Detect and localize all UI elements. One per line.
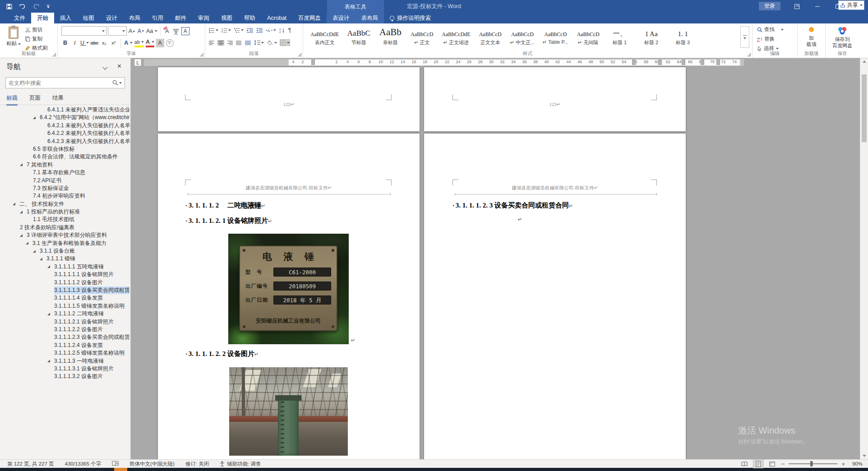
scrollbar-thumb[interactable] — [862, 74, 867, 142]
nav-item[interactable]: 3.1.1.1.2.5 锻锤发票名称说明 — [0, 349, 129, 357]
nav-item[interactable]: 1.1 毛坯技术图纸 — [0, 216, 129, 223]
nav-item[interactable]: 7.2 API证书 — [0, 177, 129, 185]
tab-文件[interactable]: 文件 — [8, 13, 31, 23]
style-表内正文[interactable]: AaBbCcDdE表内正文 — [308, 25, 342, 49]
nav-item[interactable]: 6.4.2.2 未被列入失信被执行人名单查... — [0, 129, 129, 137]
proofing-icon[interactable] — [112, 461, 119, 467]
heading-3.1.1.1.2[interactable]: ▪3. 1. 1. 1. 2 二吨电液锤↵ — [186, 201, 265, 210]
nav-item[interactable]: 6.4.2 “信用中国”网站（www.creditchina... — [0, 114, 129, 121]
ribbon-display-options-icon[interactable] — [787, 0, 807, 13]
highlight-button[interactable]: ab — [134, 39, 144, 47]
page-header[interactable]: 建湖县宏源锻造机械有限公司-投标文件↵ — [158, 185, 420, 191]
subscript-button[interactable]: x₂ — [100, 39, 108, 47]
font-size-combo[interactable] — [108, 26, 127, 36]
save-to-baidu-button[interactable]: 保存到百度网盘 — [826, 26, 859, 49]
cut-button[interactable]: 剪切 — [25, 26, 48, 34]
style-节标题[interactable]: AaBbC节标题 — [344, 25, 373, 49]
horizontal-ruler[interactable]: L 42246810121416182022242628303234363840… — [131, 58, 860, 67]
nav-item[interactable]: 6.4.1.1 未被列入严重违法失信企业名... — [0, 106, 129, 114]
styles-gallery-more-button[interactable] — [740, 26, 749, 48]
nav-item[interactable]: 3.1.1.1.2.4 设备发票 — [0, 342, 129, 349]
nav-item[interactable]: 6.6 符合法律、法规规定的其他条件 — [0, 153, 129, 161]
read-mode-button[interactable] — [739, 460, 749, 468]
page-header[interactable]: 建湖县宏源锻造机械有限公司-投标文件↵ — [424, 185, 686, 191]
change-case-button[interactable]: Aa — [146, 27, 157, 35]
equipment-nameplate-photo[interactable]: 电 液 锤 型 号C61-2000出厂编号20180509出厂日期2018 年 … — [228, 234, 349, 344]
text-effects-button[interactable]: A — [124, 39, 133, 47]
tab-引用[interactable]: 引用 — [146, 13, 169, 23]
strikethrough-button[interactable]: abc — [91, 39, 99, 47]
vertical-scrollbar[interactable] — [860, 58, 868, 459]
show-marks-button[interactable]: ¶ — [288, 27, 291, 33]
nav-item[interactable]: 3.1.1.1.1.5 锻锤发票名称说明 — [0, 302, 129, 310]
font-color-button[interactable]: A — [146, 39, 154, 47]
nav-tab-标题[interactable]: 标题 — [6, 94, 18, 106]
clipboard-dialog-launcher[interactable] — [52, 53, 56, 56]
zoom-slider[interactable] — [789, 463, 837, 464]
character-border-button[interactable]: A — [181, 27, 189, 35]
nav-item[interactable]: 1 投标产品的执行标准 — [0, 208, 129, 216]
tab-表布局[interactable]: 表布局 — [356, 13, 384, 23]
style-标题2[interactable]: 1 Aa标题 2 — [637, 25, 666, 49]
redo-icon[interactable] — [33, 4, 39, 9]
sort-button[interactable]: AZ — [279, 28, 285, 33]
nav-item[interactable]: 3.1.1.1.2.3 设备买卖合同或租赁... — [0, 333, 129, 341]
zoom-in-button[interactable]: + — [841, 461, 845, 467]
copy-button[interactable]: 复制 — [25, 35, 48, 43]
table-column-marker[interactable] — [311, 60, 315, 65]
bullet-list-button[interactable] — [209, 28, 218, 33]
save-icon[interactable] — [6, 4, 12, 9]
justify-button[interactable] — [236, 41, 242, 45]
numbered-list-button[interactable]: 123 — [222, 28, 231, 33]
track-changes-indicator[interactable]: 修订: 关闭 — [185, 461, 209, 467]
nav-item[interactable]: 3.1.1.1 锻锤 — [0, 255, 129, 263]
tab-Acrobat[interactable]: Acrobat — [261, 13, 292, 23]
shading-button[interactable] — [267, 40, 277, 46]
tab-邮件[interactable]: 邮件 — [169, 13, 192, 23]
style-中文正[interactable]: AaBbCcD↵ 中文正... — [508, 25, 537, 49]
table-column-marker[interactable] — [716, 60, 720, 65]
nav-item[interactable]: 7 其他资料 — [0, 161, 129, 169]
style-章标题[interactable]: AaBb章标题 — [376, 25, 405, 49]
italic-button[interactable]: I — [71, 39, 78, 47]
nav-item[interactable]: 2 技术条款响应/偏离表 — [0, 224, 129, 231]
style-TableP[interactable]: AaBbCcD↵ Table P... — [540, 25, 571, 49]
line-spacing-button[interactable] — [254, 40, 264, 45]
expand-collapse-icon[interactable] — [26, 242, 28, 245]
tab-插入[interactable]: 插入 — [54, 13, 77, 23]
shrink-font-button[interactable]: A▼ — [137, 27, 145, 35]
clear-formatting-button[interactable]: A — [163, 27, 171, 35]
nav-search-icon[interactable] — [112, 80, 118, 86]
tab-布局[interactable]: 布局 — [123, 13, 146, 23]
nav-item[interactable]: 3.1.1.1.3 一吨电液锤 — [0, 357, 129, 365]
accessibility-status[interactable]: 辅助功能: 调查 — [220, 461, 261, 467]
expand-collapse-icon[interactable] — [33, 116, 36, 119]
expand-collapse-icon[interactable] — [47, 313, 50, 315]
superscript-button[interactable]: x² — [110, 39, 117, 47]
distribute-button[interactable] — [245, 41, 251, 45]
nav-item[interactable]: 3.1.1 设备台账 — [0, 247, 129, 255]
heading-3.1.1.1.2.2[interactable]: ▪3. 1. 1. 1. 2. 2 设备图片↵ — [186, 350, 259, 358]
bold-button[interactable]: B — [61, 39, 69, 47]
nav-tab-页面[interactable]: 页面 — [29, 94, 41, 106]
undo-icon[interactable] — [19, 4, 26, 9]
nav-item[interactable]: 7.4 初步评审响应资料 — [0, 192, 129, 200]
character-shading-button[interactable]: A — [156, 39, 164, 47]
nav-item[interactable]: 3.1.1.1.1.2 设备图片 — [0, 279, 129, 286]
nav-item[interactable]: 3 详细评审表中技术部分响应资料 — [0, 231, 129, 239]
nav-item[interactable]: 7.1 基本存款账户信息 — [0, 169, 129, 176]
nav-item[interactable]: 3.1.1.1.1 五吨电液锤 — [0, 263, 129, 271]
increase-indent-button[interactable] — [256, 28, 263, 33]
expand-collapse-icon[interactable] — [20, 234, 23, 237]
styles-dialog-launcher[interactable] — [747, 53, 751, 56]
align-left-button[interactable] — [209, 41, 215, 45]
paragraph-dialog-launcher[interactable] — [298, 53, 301, 56]
tab-设计[interactable]: 设计 — [100, 13, 123, 23]
align-right-button[interactable] — [227, 41, 233, 45]
minimize-icon[interactable] — [807, 0, 827, 13]
nav-item[interactable]: 6.5 非联合体投标 — [0, 145, 129, 153]
nav-item[interactable]: 6.4.2.1 未被列入失信被执行人名单查... — [0, 122, 129, 129]
heading-3.1.1.1.2.1[interactable]: ▪3. 1. 1. 1. 2. 1 设备铭牌照片↵ — [186, 217, 272, 225]
zoom-slider-thumb[interactable] — [810, 461, 813, 466]
nav-item[interactable]: 3.1.1.1.3.2 设备图片 — [0, 373, 129, 380]
